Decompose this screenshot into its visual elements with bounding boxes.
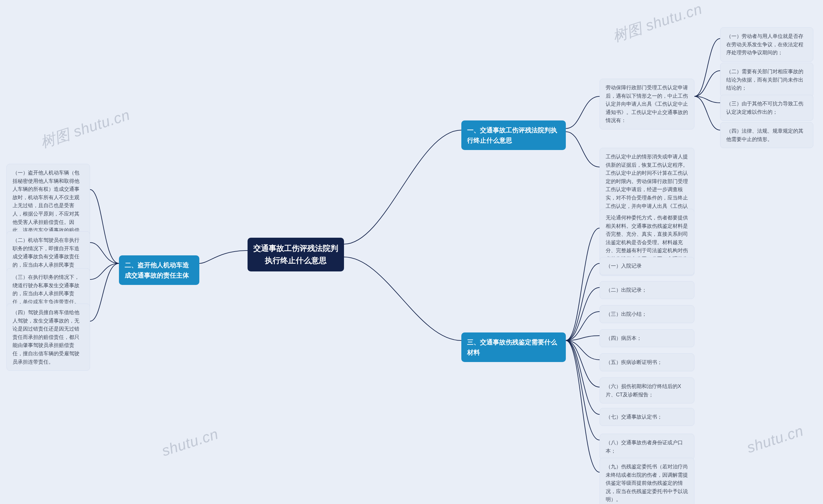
branch-2-leaf-4: （四）驾驶员擅自将车借给他人驾驶，发生交通事故的，无论是因过错责任还是因无过错责…	[6, 303, 90, 371]
branch-3-leaf-6: （六）损伤初期和治疗终结后的X片、CT及诊断报告；	[600, 377, 694, 404]
branch-3-leaf-2: （二）出院记录；	[600, 281, 694, 299]
branch-3-leaf-1: （一）入院记录	[600, 257, 694, 275]
watermark-3: 树图 shutu.cn	[610, 0, 705, 47]
branch-3[interactable]: 三、交通事故伤残鉴定需要什么材料	[461, 332, 566, 362]
branch-3-leaf-7: （七）交通事故认定书；	[600, 408, 694, 426]
watermark-4: shutu.cn	[745, 422, 806, 457]
watermark-2: shutu.cn	[159, 425, 220, 460]
branch-3-leaf-9: （九）伤残鉴定委托书（若对治疗尚未终结或者出院的伤者，因调解需提供鉴定等级而提前…	[600, 458, 694, 504]
branch-2[interactable]: 二、盗开他人机动车造成交通事故的责任主体	[119, 255, 199, 285]
branch-3-leaf-3: （三）出院小结；	[600, 305, 694, 323]
branch-1-leaf-2: （二）需要有关部门对相应事故的结论为依据，而有关部门尚未作出结论的；	[720, 63, 813, 97]
branch-3-leaf-5: （五）疾病诊断证明书；	[600, 353, 694, 371]
branch-3-leaf-8: （八）交通事故伤者身份证或户口本；	[600, 434, 694, 460]
branch-1-leaf-1: （一）劳动者与用人单位就是否存在劳动关系发生争议，在依法定程序处理劳动争议期间的…	[720, 27, 813, 62]
branch-1-leaf-3: （三）由于其他不可抗力导致工伤认定决定难以作出的；	[720, 95, 813, 121]
branch-1[interactable]: 一、交通事故工伤评残法院判执行终止什么意思	[461, 120, 566, 150]
root-node[interactable]: 交通事故工伤评残法院判 执行终止什么意思	[248, 238, 344, 271]
connector-lines	[0, 0, 823, 504]
watermark-1: 树图 shutu.cn	[38, 105, 133, 153]
branch-3-leaf-4: （四）病历本；	[600, 329, 694, 347]
branch-1-summary-a: 劳动保障行政部门受理工伤认定申请后，遇有以下情形之一的，中止工伤认定并向申请人出…	[600, 79, 694, 130]
branch-1-leaf-4: （四）法律、法规、规章规定的其他需要中止的情形。	[720, 122, 813, 148]
